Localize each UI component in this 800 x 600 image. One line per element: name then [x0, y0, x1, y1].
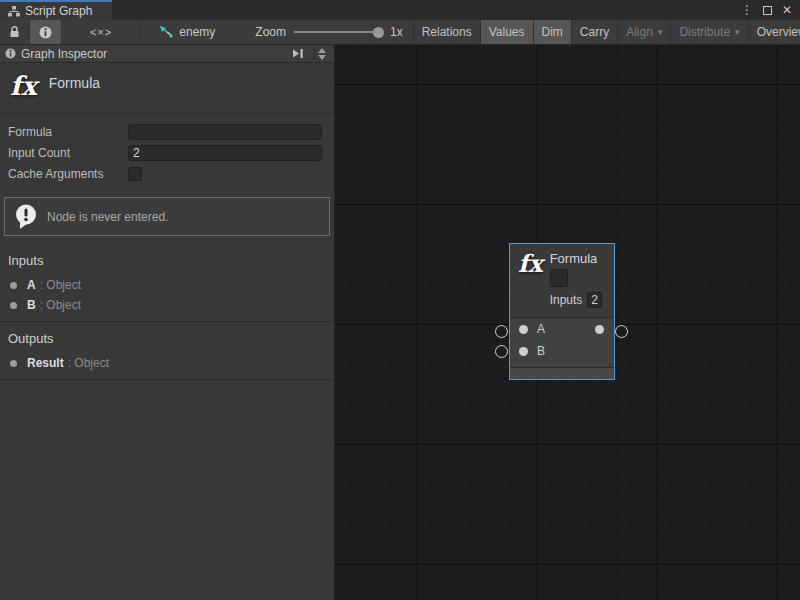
formula-field-label: Formula	[8, 125, 128, 139]
external-port-b-icon[interactable]	[495, 345, 508, 358]
output-port-dot[interactable]	[595, 325, 604, 334]
graph-canvas[interactable]: fx Formula Inputs 2 A	[335, 45, 800, 600]
relations-button[interactable]: Relations	[413, 20, 480, 44]
cache-arguments-checkbox[interactable]	[128, 167, 142, 181]
formula-input[interactable]	[128, 124, 322, 140]
input-port-a-dot[interactable]	[519, 325, 528, 334]
zoom-slider-handle[interactable]	[373, 27, 384, 38]
graph-icon	[159, 26, 173, 39]
inspector-toggle-button[interactable]	[30, 20, 62, 44]
panel-spinner[interactable]	[314, 48, 329, 60]
align-label: Align	[626, 25, 653, 39]
chevron-down-icon	[318, 55, 326, 60]
warning-text: Node is never entered.	[47, 210, 168, 224]
code-x-icon: <×>	[90, 26, 112, 38]
formula-field-row: Formula	[0, 122, 334, 142]
chevron-down-icon: ▾	[735, 27, 740, 37]
input-port-b-dot[interactable]	[519, 347, 528, 356]
inputs-section-header: Inputs	[0, 244, 334, 275]
graph-breadcrumb[interactable]: enemy	[141, 20, 227, 44]
port-type: : Object	[40, 278, 81, 292]
node-inputs-row: Inputs 2	[550, 292, 602, 308]
formula-node-footer	[510, 367, 614, 379]
node-formula-input[interactable]	[550, 269, 568, 287]
formula-node-header[interactable]: fx Formula Inputs 2	[510, 244, 614, 318]
fx-icon: fx	[518, 251, 543, 317]
port-type: : Object	[40, 298, 81, 312]
dim-label: Dim	[542, 25, 563, 39]
values-button[interactable]: Values	[480, 20, 533, 44]
align-dropdown[interactable]: Align ▾	[617, 20, 670, 44]
port-name: A	[27, 278, 36, 292]
port-type: : Object	[68, 356, 109, 370]
node-settings: Formula Input Count Cache Arguments	[0, 114, 334, 189]
port-label: A	[537, 322, 545, 336]
titlebar-spacer	[112, 0, 733, 20]
toolbar-buttons: Relations Values Dim Carry Align ▾ Distr…	[413, 20, 800, 44]
cache-arguments-row: Cache Arguments	[0, 164, 334, 184]
input-port-b: B : Object	[0, 295, 334, 315]
graph-name: enemy	[179, 25, 215, 39]
node-header-column: Formula Inputs 2	[550, 251, 602, 317]
node-port-row-a: A	[510, 318, 614, 340]
warning-box: Node is never entered.	[4, 197, 330, 236]
hierarchy-icon	[8, 6, 20, 17]
dock-panel-icon[interactable]	[291, 48, 305, 59]
main-area: Graph Inspector fx Formula	[0, 45, 800, 600]
values-label: Values	[489, 25, 525, 39]
input-count-field-row: Input Count	[0, 143, 334, 163]
carry-label: Carry	[580, 25, 609, 39]
fx-icon: fx	[10, 73, 37, 99]
formula-node[interactable]: fx Formula Inputs 2 A	[509, 243, 615, 380]
formula-node-body: A B	[510, 318, 614, 367]
info-icon	[39, 26, 52, 39]
graph-toolbar: <×> enemy Zoom 1x Relations Values Dim C…	[0, 20, 800, 45]
input-count-label: Input Count	[8, 146, 128, 160]
zoom-control: Zoom 1x	[227, 20, 412, 44]
port-label: B	[537, 344, 545, 358]
carry-button[interactable]: Carry	[571, 20, 617, 44]
port-bullet-icon	[10, 302, 17, 309]
lock-icon	[9, 26, 20, 38]
node-title: Formula	[550, 251, 602, 266]
output-port-result: Result : Object	[0, 353, 334, 373]
zoom-value: 1x	[390, 25, 403, 39]
distribute-dropdown[interactable]: Distribute ▾	[670, 20, 747, 44]
zoom-slider[interactable]	[294, 31, 382, 33]
window-menu-icon[interactable]: ⋮	[741, 4, 753, 16]
overview-button[interactable]: Overview	[748, 20, 800, 44]
graph-inspector-panel: Graph Inspector fx Formula	[0, 45, 335, 600]
external-port-result-icon[interactable]	[615, 325, 628, 338]
selected-node-title: Formula	[49, 73, 100, 91]
port-bullet-icon	[10, 360, 17, 367]
node-inputs-count[interactable]: 2	[587, 292, 602, 308]
maximize-icon[interactable]	[763, 6, 772, 15]
zoom-label: Zoom	[255, 25, 286, 39]
chevron-up-icon	[318, 48, 326, 53]
input-count-input[interactable]	[128, 145, 322, 161]
cache-arguments-label: Cache Arguments	[8, 167, 128, 181]
port-name: Result	[27, 356, 64, 370]
graph-inspector-header: Graph Inspector	[0, 45, 334, 63]
title-bar: Script Graph ⋮ ✕	[0, 0, 800, 20]
window-controls: ⋮ ✕	[733, 0, 800, 20]
warning-icon	[13, 203, 39, 230]
lock-button[interactable]	[0, 20, 30, 44]
inspector-title: Graph Inspector	[21, 47, 107, 61]
overview-label: Overview	[757, 25, 800, 39]
close-icon[interactable]: ✕	[782, 4, 792, 16]
tab-script-graph[interactable]: Script Graph	[0, 0, 112, 20]
input-port-a: A : Object	[0, 275, 334, 295]
tab-label: Script Graph	[25, 4, 92, 18]
selected-node-title-block: fx Formula	[0, 63, 334, 114]
port-name: B	[27, 298, 36, 312]
dim-button[interactable]: Dim	[533, 20, 571, 44]
relations-label: Relations	[422, 25, 472, 39]
distribute-label: Distribute	[679, 25, 730, 39]
script-graph-window: Script Graph ⋮ ✕	[0, 0, 800, 600]
node-port-row-b: B	[510, 340, 614, 362]
node-inputs-label: Inputs	[550, 293, 583, 307]
variables-button[interactable]: <×>	[62, 20, 141, 44]
external-port-a-icon[interactable]	[495, 325, 508, 338]
port-bullet-icon	[10, 282, 17, 289]
